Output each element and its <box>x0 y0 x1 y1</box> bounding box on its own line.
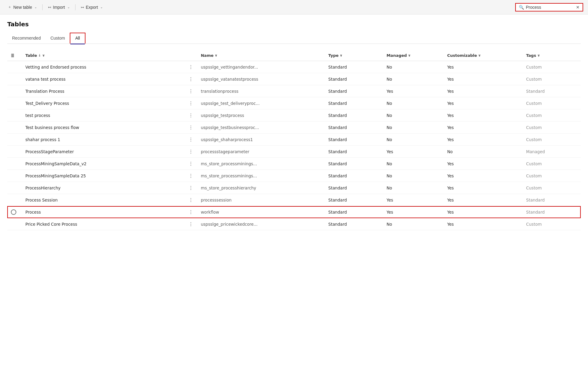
row-logical-name: uspsslge_vettingandendor... <box>197 61 325 73</box>
tab-recommended[interactable]: Recommended <box>7 33 46 44</box>
table-row[interactable]: Process⋮workflowStandardYesYesStandard <box>7 206 581 218</box>
row-customizable: Yes <box>444 218 522 230</box>
more-options-icon[interactable]: ⋮ <box>188 64 194 70</box>
row-managed: No <box>383 61 444 73</box>
import-icon: ↤ <box>48 5 51 9</box>
row-select-cell[interactable] <box>7 85 22 97</box>
search-input[interactable] <box>526 5 574 10</box>
table-row[interactable]: test process⋮uspsslge_testprocessStandar… <box>7 109 581 121</box>
more-options-icon[interactable]: ⋮ <box>188 124 194 130</box>
row-menu-button[interactable]: ⋮ <box>185 97 197 109</box>
row-type: Standard <box>325 194 383 206</box>
more-options-icon[interactable]: ⋮ <box>188 137 194 142</box>
col-header-tags[interactable]: Tags ∨ <box>522 50 581 61</box>
row-select-cell[interactable] <box>7 97 22 109</box>
col-table-label: Table <box>25 53 37 58</box>
row-managed: No <box>383 218 444 230</box>
row-menu-button[interactable]: ⋮ <box>185 61 197 73</box>
row-menu-button[interactable]: ⋮ <box>185 121 197 134</box>
sort-list-icon[interactable]: ≣ <box>11 53 14 58</box>
table-row[interactable]: ProcessStageParameter⋮processstageparame… <box>7 146 581 158</box>
table-row[interactable]: vatana test process⋮uspsslge_vatanatestp… <box>7 73 581 85</box>
clear-search-icon[interactable]: ✕ <box>576 5 580 10</box>
import-chevron: ⌄ <box>67 5 70 9</box>
row-select-cell[interactable] <box>7 218 22 230</box>
row-menu-button[interactable]: ⋮ <box>185 158 197 170</box>
row-managed: Yes <box>383 194 444 206</box>
row-select-cell[interactable] <box>7 158 22 170</box>
col-header-table[interactable]: Table ↓ ∨ <box>22 50 185 61</box>
more-options-icon[interactable]: ⋮ <box>188 197 194 203</box>
row-select-cell[interactable] <box>7 170 22 182</box>
row-menu-button[interactable]: ⋮ <box>185 218 197 230</box>
col-name-chevron: ∨ <box>215 53 217 57</box>
table-row[interactable]: Translation Process⋮translationprocessSt… <box>7 85 581 97</box>
page-title: Tables <box>7 21 581 28</box>
more-options-icon[interactable]: ⋮ <box>188 100 194 106</box>
table-row[interactable]: ProcessMiningSampleData_v2⋮ms_store_proc… <box>7 158 581 170</box>
col-header-checkbox: ≣ <box>7 50 22 61</box>
table-row[interactable]: ProcessMiningSampleData 25⋮ms_store_proc… <box>7 170 581 182</box>
row-table-name: Process Session <box>22 194 185 206</box>
row-select-cell[interactable] <box>7 121 22 134</box>
row-tags: Custom <box>522 97 581 109</box>
row-menu-button[interactable]: ⋮ <box>185 206 197 218</box>
more-options-icon[interactable]: ⋮ <box>188 173 194 179</box>
table-row[interactable]: Price Picked Core Process⋮uspsslge_price… <box>7 218 581 230</box>
row-menu-button[interactable]: ⋮ <box>185 73 197 85</box>
table-row[interactable]: shahar process 1⋮uspsslge_shaharprocess1… <box>7 134 581 146</box>
table-row[interactable]: Process Session⋮processsessionStandardYe… <box>7 194 581 206</box>
row-tags: Standard <box>522 194 581 206</box>
row-menu-button[interactable]: ⋮ <box>185 182 197 194</box>
col-header-name[interactable]: Name ∨ <box>197 50 325 61</box>
row-select-cell[interactable] <box>7 109 22 121</box>
tabs-container: Recommended Custom All <box>7 33 581 44</box>
row-select-cell[interactable] <box>7 134 22 146</box>
row-table-name: shahar process 1 <box>22 134 185 146</box>
more-options-icon[interactable]: ⋮ <box>188 185 194 191</box>
row-menu-button[interactable]: ⋮ <box>185 134 197 146</box>
more-options-icon[interactable]: ⋮ <box>188 221 194 227</box>
more-options-icon[interactable]: ⋮ <box>188 149 194 154</box>
col-header-menu <box>185 50 197 61</box>
row-customizable: Yes <box>444 121 522 134</box>
row-table-name: Translation Process <box>22 85 185 97</box>
more-options-icon[interactable]: ⋮ <box>188 76 194 82</box>
search-box[interactable]: 🔍 ✕ <box>515 3 583 11</box>
col-header-type[interactable]: Type ∨ <box>325 50 383 61</box>
row-logical-name: ms_store_processhierarchy <box>197 182 325 194</box>
row-menu-button[interactable]: ⋮ <box>185 146 197 158</box>
row-menu-button[interactable]: ⋮ <box>185 170 197 182</box>
table-row[interactable]: Test business process flow⋮uspsslge_test… <box>7 121 581 134</box>
tab-custom[interactable]: Custom <box>46 33 70 44</box>
row-menu-button[interactable]: ⋮ <box>185 109 197 121</box>
table-row[interactable]: ProcessHierarchy⋮ms_store_processhierarc… <box>7 182 581 194</box>
col-table-sort-icon: ↓ <box>38 53 41 57</box>
row-select-cell[interactable] <box>7 61 22 73</box>
import-button[interactable]: ↤ Import ⌄ <box>45 3 73 11</box>
row-select-cell[interactable] <box>7 73 22 85</box>
row-tags: Custom <box>522 218 581 230</box>
more-options-icon[interactable]: ⋮ <box>188 112 194 118</box>
row-menu-button[interactable]: ⋮ <box>185 194 197 206</box>
row-menu-button[interactable]: ⋮ <box>185 85 197 97</box>
row-table-name: Test business process flow <box>22 121 185 134</box>
tab-all[interactable]: All <box>70 33 85 44</box>
row-customizable: Yes <box>444 158 522 170</box>
radio-button[interactable] <box>11 209 16 215</box>
new-table-button[interactable]: ＋ New table ⌄ <box>5 3 40 11</box>
row-select-cell[interactable] <box>7 206 22 218</box>
more-options-icon[interactable]: ⋮ <box>188 161 194 166</box>
row-select-cell[interactable] <box>7 182 22 194</box>
row-select-cell[interactable] <box>7 194 22 206</box>
col-header-customizable[interactable]: Customizable ∨ <box>444 50 522 61</box>
table-row[interactable]: Vetting and Endorsed process⋮uspsslge_ve… <box>7 61 581 73</box>
export-button[interactable]: ↦ Export ⌄ <box>78 3 106 11</box>
row-tags: Custom <box>522 182 581 194</box>
more-options-icon[interactable]: ⋮ <box>188 209 194 215</box>
row-tags: Custom <box>522 170 581 182</box>
row-select-cell[interactable] <box>7 146 22 158</box>
table-row[interactable]: Test_Delivery Process⋮uspsslge_test_deli… <box>7 97 581 109</box>
col-header-managed[interactable]: Managed ∨ <box>383 50 444 61</box>
more-options-icon[interactable]: ⋮ <box>188 88 194 94</box>
